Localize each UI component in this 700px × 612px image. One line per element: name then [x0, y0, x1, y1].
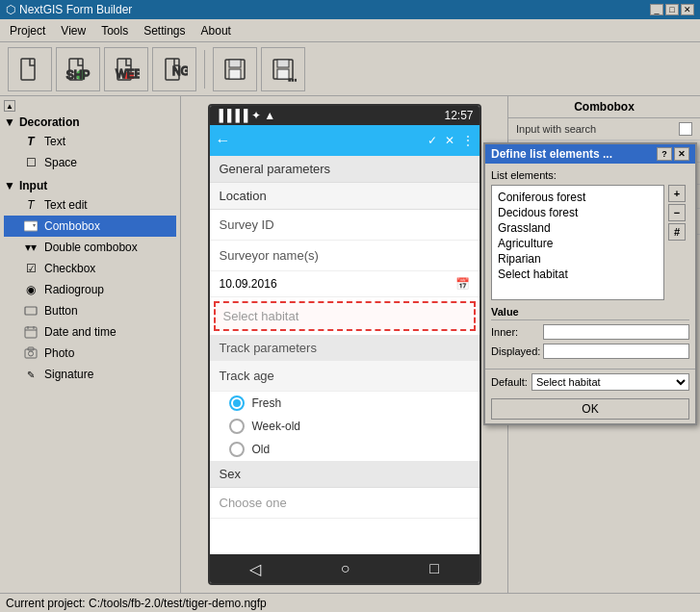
displayed-input[interactable]: [543, 344, 689, 359]
phone-nav-bar: ◁ ○ □: [210, 554, 480, 583]
close-button[interactable]: ✕: [681, 4, 694, 15]
list-item[interactable]: Select habitat: [496, 267, 660, 282]
button-icon: [23, 303, 39, 319]
new-button[interactable]: [8, 47, 52, 91]
phone-close-icon[interactable]: ✕: [445, 134, 454, 147]
panel-item-button[interactable]: Button: [4, 300, 176, 321]
combobox-properties-header: Combobox: [508, 96, 700, 118]
list-elements[interactable]: Coniferous forest Decidous forest Grassl…: [491, 185, 664, 300]
list-item[interactable]: Decidous forest: [496, 205, 660, 220]
phone-signal: ▐▐▐▐ ✦ ▲: [216, 109, 276, 122]
ok-button[interactable]: OK: [491, 398, 689, 420]
phone-general-params: General parameters: [210, 156, 480, 183]
panel-item-combobox[interactable]: Combobox: [4, 216, 176, 237]
shp-button[interactable]: SHP: [56, 47, 100, 91]
decoration-header[interactable]: ▼ Decoration: [4, 114, 176, 131]
text-icon: T: [23, 134, 39, 149]
panel-item-text[interactable]: T Text: [4, 131, 176, 152]
prop-input-search: Input with search: [508, 118, 700, 140]
center-panel: ▐▐▐▐ ✦ ▲ 12:57 ← ✓ ✕ ⋮ General parameter…: [181, 96, 507, 593]
input-search-label: Input with search: [516, 123, 675, 135]
space-icon: ☐: [23, 155, 39, 170]
title-bar: ⬡ NextGIS Form Builder _ □ ✕: [0, 0, 700, 19]
svg-text:NGFP: NGFP: [172, 64, 188, 78]
menu-view[interactable]: View: [53, 19, 93, 41]
panel-item-signature[interactable]: ✎ Signature: [4, 364, 176, 385]
svg-rect-18: [25, 307, 37, 315]
list-item[interactable]: Grassland: [496, 220, 660, 236]
dialog-help-button[interactable]: ?: [657, 147, 672, 161]
scroll-up-button[interactable]: ▲: [4, 100, 15, 112]
input-search-checkbox[interactable]: [679, 122, 692, 136]
dialog-close-button[interactable]: ✕: [674, 147, 689, 161]
list-item[interactable]: Agriculture: [496, 236, 660, 251]
displayed-label: Displayed:: [491, 345, 539, 357]
status-bar: Current project: C:/tools/fb-2.0/test/ti…: [0, 593, 700, 612]
ngfp-button[interactable]: NGFP: [152, 47, 196, 91]
list-item[interactable]: Coniferous forest: [496, 190, 660, 205]
signature-icon: ✎: [23, 367, 39, 382]
panel-item-double-combobox[interactable]: ▾▾ Double combobox: [4, 237, 176, 258]
phone-preview: ▐▐▐▐ ✦ ▲ 12:57 ← ✓ ✕ ⋮ General parameter…: [208, 104, 481, 585]
reorder-item-button[interactable]: #: [668, 223, 686, 241]
dialog-toolbar: + − #: [668, 185, 686, 300]
photo-icon: [23, 345, 39, 361]
phone-back-nav[interactable]: ◁: [249, 560, 261, 578]
save-button[interactable]: [213, 47, 257, 91]
define-dialog-body: List elements: Coniferous forest Decidou…: [485, 164, 695, 369]
svg-text:...: ...: [288, 70, 297, 83]
maximize-button[interactable]: □: [665, 4, 679, 15]
value-section-header: Value: [491, 306, 689, 320]
panel-item-photo[interactable]: Photo: [4, 343, 176, 364]
inner-input[interactable]: [543, 324, 689, 340]
decoration-section: ▼ Decoration T Text ☐ Space: [4, 114, 176, 173]
svg-text:WEB: WEB: [116, 67, 140, 81]
menu-about[interactable]: About: [194, 19, 239, 41]
svg-rect-19: [25, 327, 37, 338]
phone-location: Location: [210, 183, 480, 210]
panel-item-checkbox[interactable]: ☑ Checkbox: [4, 258, 176, 279]
app-icon: ⬡: [6, 3, 15, 16]
svg-rect-0: [21, 59, 35, 80]
radiogroup-icon: ◉: [23, 282, 39, 297]
radio-old-label: Old: [252, 443, 271, 456]
radio-weekold-circle: [229, 419, 245, 434]
web-button[interactable]: WEB: [104, 47, 148, 91]
phone-surveyor-names[interactable]: Surveyor name(s): [210, 241, 480, 271]
phone-radio-old[interactable]: Old: [210, 438, 480, 461]
define-dialog: Define list elements ... ? ✕ List elemen…: [483, 142, 697, 425]
displayed-value-row: Displayed:: [491, 344, 689, 359]
panel-item-radiogroup[interactable]: ◉ Radiogroup: [4, 279, 176, 300]
menu-project[interactable]: Project: [2, 19, 53, 41]
minimize-button[interactable]: _: [650, 4, 663, 15]
remove-item-button[interactable]: −: [668, 204, 686, 221]
list-item[interactable]: Riparian: [496, 251, 660, 267]
phone-date-field[interactable]: 10.09.2016 📅: [210, 271, 480, 297]
toolbar: SHP WEB NGFP ...: [0, 42, 700, 96]
default-select[interactable]: Select habitat: [531, 373, 689, 391]
phone-check-icon[interactable]: ✓: [428, 134, 437, 147]
phone-toolbar: ← ✓ ✕ ⋮: [210, 125, 480, 156]
phone-more-icon[interactable]: ⋮: [462, 134, 474, 147]
svg-rect-11: [229, 69, 241, 79]
datetime-icon: [23, 324, 39, 340]
add-item-button[interactable]: +: [668, 185, 686, 202]
svg-rect-16: [24, 221, 38, 231]
save-as-button[interactable]: ...: [261, 47, 305, 91]
phone-back-button[interactable]: ←: [216, 132, 231, 149]
menu-tools[interactable]: Tools: [93, 19, 136, 41]
phone-radio-weekold[interactable]: Week-old: [210, 415, 480, 438]
define-dialog-title: Define list elements ... ? ✕: [485, 144, 695, 164]
menu-settings[interactable]: Settings: [136, 19, 193, 41]
phone-habitat-field[interactable]: Select habitat: [214, 301, 476, 331]
panel-item-textedit[interactable]: T Text edit: [4, 194, 176, 216]
panel-item-datetime[interactable]: Date and time: [4, 321, 176, 343]
phone-survey-id[interactable]: Survey ID: [210, 210, 480, 241]
input-header[interactable]: ▼ Input: [4, 177, 176, 194]
phone-sex-field[interactable]: Choose one: [210, 488, 480, 519]
phone-home-nav[interactable]: ○: [341, 560, 350, 577]
phone-radio-fresh[interactable]: Fresh: [210, 392, 480, 415]
phone-recent-nav[interactable]: □: [429, 560, 439, 577]
dialog-controls: ? ✕: [657, 147, 689, 161]
panel-item-space[interactable]: ☐ Space: [4, 152, 176, 173]
